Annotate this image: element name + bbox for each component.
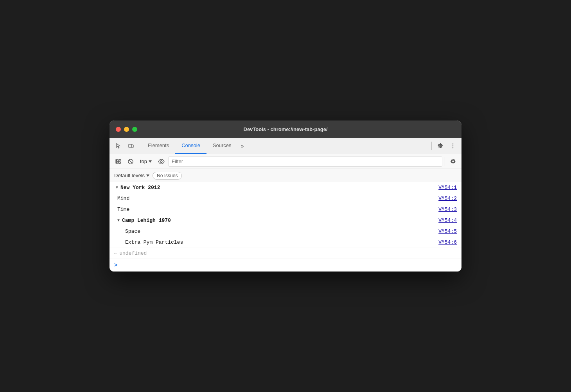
prompt-symbol: > [114, 262, 117, 268]
tab-elements[interactable]: Elements [142, 138, 175, 154]
tab-bar: Elements Console Sources » [110, 138, 461, 154]
row-link[interactable]: VM54:4 [438, 218, 457, 223]
row-link[interactable]: VM54:5 [438, 228, 457, 234]
console-prompt[interactable]: > [110, 259, 461, 272]
tab-bar-icons [113, 140, 137, 152]
devtools-container: Elements Console Sources » [110, 138, 461, 272]
svg-point-3 [452, 145, 454, 146]
svg-point-2 [452, 143, 454, 144]
close-button[interactable] [116, 127, 121, 132]
no-issues-button[interactable]: No Issues [153, 172, 182, 180]
svg-rect-1 [132, 145, 133, 147]
svg-point-13 [160, 160, 162, 162]
tab-more-button[interactable]: » [238, 143, 247, 149]
row-text: Camp Lehigh 1970 [122, 218, 171, 223]
title-bar: DevTools - chrome://new-tab-page/ [110, 120, 461, 138]
device-toolbar-button[interactable] [125, 140, 137, 152]
row-link[interactable]: VM54:3 [438, 207, 457, 212]
divider [431, 142, 432, 150]
svg-point-4 [452, 147, 454, 148]
row-text: Extra Pym Particles [125, 239, 183, 245]
row-text: Space [125, 228, 140, 234]
svg-marker-14 [146, 174, 149, 177]
svg-rect-0 [129, 144, 132, 147]
maximize-button[interactable] [132, 127, 137, 132]
svg-marker-12 [149, 160, 152, 163]
block-requests-button[interactable] [125, 156, 136, 167]
row-text: Mind [117, 196, 129, 201]
expand-arrow[interactable]: ▼ [116, 185, 118, 190]
settings-button[interactable] [435, 140, 446, 151]
console-row: Extra Pym Particles VM54:6 [110, 237, 461, 248]
filter-input[interactable] [168, 156, 442, 167]
inspect-element-button[interactable] [113, 140, 124, 152]
window-title: DevTools - chrome://new-tab-page/ [243, 126, 327, 132]
minimize-button[interactable] [124, 127, 129, 132]
tab-console[interactable]: Console [175, 138, 206, 154]
traffic-lights [116, 127, 137, 132]
row-text: Time [117, 207, 129, 212]
console-row: Space VM54:5 [110, 226, 461, 237]
tab-sources[interactable]: Sources [206, 138, 238, 154]
levels-bar: Default levels No Issues [110, 169, 461, 182]
default-levels-dropdown[interactable]: Default levels [114, 173, 149, 178]
console-row: ▼ New York 2012 VM54:1 [110, 182, 461, 193]
expand-arrow[interactable]: ▼ [117, 218, 120, 223]
console-row: Time VM54:3 [110, 204, 461, 215]
console-row: Mind VM54:2 [110, 193, 461, 204]
svg-line-11 [129, 160, 133, 163]
console-toolbar: top [110, 154, 461, 169]
row-link[interactable]: VM54:6 [438, 239, 457, 245]
frame-selector[interactable]: top [138, 158, 154, 165]
more-options-button[interactable] [447, 140, 458, 151]
console-row: ▼ Camp Lehigh 1970 VM54:4 [110, 215, 461, 226]
console-return: ← undefined [110, 248, 461, 259]
console-output: ▼ New York 2012 VM54:1 Mind VM54:2 Time … [110, 182, 461, 272]
clear-console-button[interactable] [113, 156, 124, 167]
console-settings-button[interactable] [447, 156, 458, 167]
row-link[interactable]: VM54:1 [438, 185, 457, 191]
toolbar-divider [445, 157, 445, 166]
tabs: Elements Console Sources » [142, 138, 430, 154]
live-expressions-button[interactable] [156, 156, 167, 167]
undefined-value: undefined [119, 250, 147, 256]
devtools-window: DevTools - chrome://new-tab-page/ [110, 120, 461, 272]
return-icon: ← [114, 251, 117, 256]
row-text: New York 2012 [120, 185, 160, 191]
tab-bar-right [430, 140, 458, 151]
row-link[interactable]: VM54:2 [438, 196, 457, 201]
